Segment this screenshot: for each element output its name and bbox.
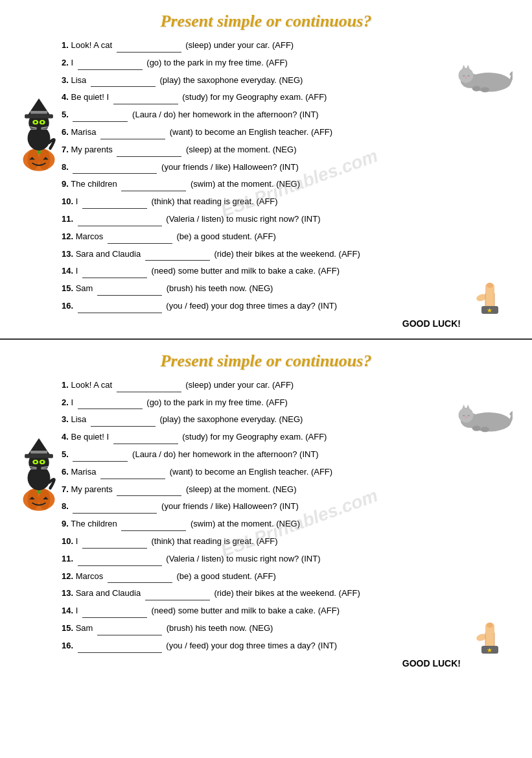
good-luck-2: GOOD LUCK! — [62, 658, 461, 669]
hand-decoration-2: ★ — [467, 610, 513, 656]
exercise-1-3: 3. Lisa (play) the saxophone everyday. (… — [62, 74, 513, 88]
cat-sleeping-decoration-1 — [454, 58, 513, 104]
svg-point-26 — [41, 121, 44, 124]
content-area-1: 1. Look! A cat (sleep) under your car. (… — [13, 39, 519, 329]
title-2: Present simple or continuous? — [13, 346, 519, 371]
witch-cat-decoration-1 — [16, 97, 62, 175]
title-1: Present simple or continuous? — [13, 6, 519, 31]
svg-point-2 — [459, 68, 474, 83]
exercise-2-6: 6. Marisa (want) to become an English te… — [62, 466, 513, 479]
exercise-1-4: 4. Be quiet! I (study) for my Geography … — [62, 91, 513, 104]
svg-point-43 — [463, 415, 465, 416]
svg-point-44 — [467, 415, 469, 416]
svg-point-25 — [34, 121, 37, 124]
exercise-2-9: 9. The children (swim) at the moment. (N… — [62, 517, 513, 531]
svg-text:★: ★ — [487, 307, 492, 314]
exercise-2-15: 15. Sam (brush) his teeth now. (NEG) — [62, 622, 513, 635]
exercise-1-16: 16. (you / feed) your dog three times a … — [62, 300, 513, 313]
worksheet: Present simple or continuous? — [0, 0, 532, 678]
content-area-2: 1. Look! A cat (sleep) under your car. (… — [13, 379, 519, 669]
exercise-1-5: 5. (Laura / do) her homework in the afte… — [62, 108, 513, 122]
exercise-2-8: 8. (your friends / like) Halloween? (INT… — [62, 500, 513, 514]
exercise-2-10: 10. I (think) that reading is great. (AF… — [62, 535, 513, 549]
svg-point-46 — [472, 425, 481, 431]
svg-rect-22 — [30, 111, 47, 113]
svg-rect-59 — [25, 454, 53, 458]
svg-marker-3 — [461, 65, 466, 70]
exercise-2-13: 13. Sara and Claudia (ride) their bikes … — [62, 587, 513, 600]
exercise-1-2: 2. I (go) to the park in my free time. (… — [62, 56, 513, 70]
exercise-2-11: 11. (Valeria / listen) to music right no… — [62, 552, 513, 566]
svg-point-6 — [467, 75, 469, 77]
cat-sleeping-decoration-2 — [454, 398, 513, 444]
exercise-1-6: 6. Marisa (want) to become an English te… — [62, 126, 513, 139]
svg-rect-60 — [30, 451, 47, 453]
svg-point-63 — [34, 461, 37, 464]
svg-point-35 — [487, 283, 493, 288]
exercise-1-10: 10. I (think) that reading is great. (AF… — [62, 195, 513, 209]
svg-point-64 — [41, 461, 44, 464]
svg-marker-41 — [461, 405, 466, 410]
section-1: Present simple or continuous? — [0, 0, 532, 340]
svg-point-5 — [463, 75, 465, 77]
exercise-2-2: 2. I (go) to the park in my free time. (… — [62, 396, 513, 410]
svg-point-40 — [459, 407, 474, 422]
exercise-1-8: 8. (your friends / like) Halloween? (INT… — [62, 161, 513, 174]
exercise-1-7: 7. My parents (sleep) at the moment. (NE… — [62, 143, 513, 157]
svg-marker-4 — [466, 65, 470, 70]
svg-point-8 — [472, 86, 481, 91]
exercise-2-3: 3. Lisa (play) the saxophone everyday. (… — [62, 413, 513, 427]
section-2: Present simple or continuous? — [0, 340, 532, 678]
exercise-2-7: 7. My parents (sleep) at the moment. (NE… — [62, 483, 513, 497]
exercise-2-12: 12. Marcos (be) a good student. (AFF) — [62, 570, 513, 584]
svg-point-47 — [481, 427, 489, 432]
svg-point-73 — [487, 622, 493, 628]
exercises-1: 1. Look! A cat (sleep) under your car. (… — [13, 39, 519, 329]
svg-point-9 — [481, 87, 489, 92]
good-luck-1: GOOD LUCK! — [62, 318, 461, 329]
exercise-1-14: 14. I (need) some butter and milk to bak… — [62, 265, 513, 278]
exercise-1-1: 1. Look! A cat (sleep) under your car. (… — [62, 39, 513, 53]
svg-point-45 — [465, 416, 467, 418]
witch-cat-decoration-2 — [16, 437, 62, 515]
svg-text:★: ★ — [487, 646, 492, 654]
svg-marker-42 — [466, 405, 470, 410]
exercise-2-4: 4. Be quiet! I (study) for my Geography … — [62, 431, 513, 444]
exercise-2-5: 5. (Laura / do) her homework in the afte… — [62, 448, 513, 462]
exercise-1-11: 11. (Valeria / listen) to music right no… — [62, 213, 513, 226]
exercise-1-13: 13. Sara and Claudia (ride) their bikes … — [62, 248, 513, 261]
exercise-1-9: 9. The children (swim) at the moment. (N… — [62, 178, 513, 191]
exercises-2: 1. Look! A cat (sleep) under your car. (… — [13, 379, 519, 669]
exercise-2-16: 16. (you / feed) your dog three times a … — [62, 639, 513, 653]
exercise-2-1: 1. Look! A cat (sleep) under your car. (… — [62, 379, 513, 392]
svg-rect-21 — [25, 114, 53, 118]
exercise-1-12: 12. Marcos (be) a good student. (AFF) — [62, 230, 513, 244]
hand-decoration-1: ★ — [467, 270, 513, 316]
svg-point-7 — [465, 77, 467, 78]
exercise-2-14: 14. I (need) some butter and milk to bak… — [62, 604, 513, 618]
exercise-1-15: 15. Sam (brush) his teeth now. (NEG) — [62, 282, 513, 296]
